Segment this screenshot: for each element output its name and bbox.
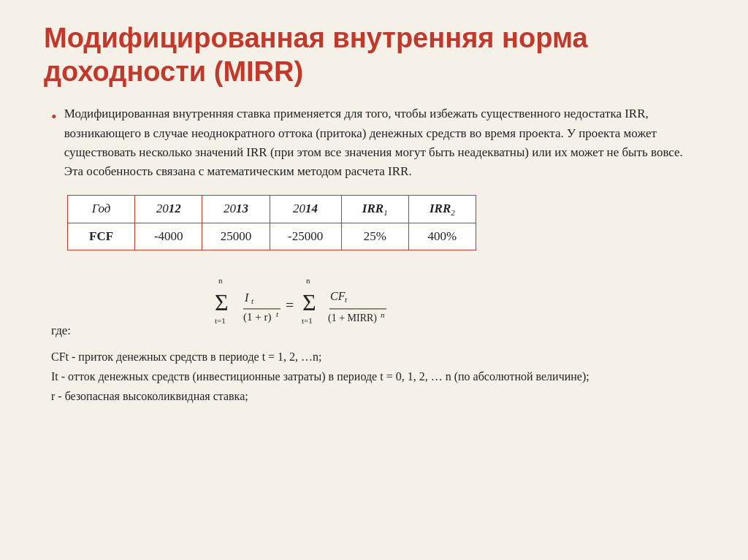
def-r: r - безопасная высоколиквидная ставка; <box>51 386 704 406</box>
svg-text:Σ: Σ <box>215 289 229 315</box>
irr-table: Год 2012 2013 2014 IRR1 IRR2 FCF -4000 2… <box>67 195 476 250</box>
svg-text:t: t <box>276 310 279 318</box>
data-table-container: Год 2012 2013 2014 IRR1 IRR2 FCF -4000 2… <box>67 195 704 250</box>
svg-text:t=1: t=1 <box>215 316 226 325</box>
bullet-dot: • <box>51 104 57 129</box>
svg-text:n: n <box>218 276 223 285</box>
formula-area: где: n Σ t=1 I t (1 + r) t = n Σ t=1 <box>51 272 704 338</box>
def-cft: CFt - приток денежных средств в периоде … <box>51 347 704 367</box>
table-header-irr2: IRR2 <box>408 195 476 223</box>
table-row-fcf-irr1: 25% <box>341 223 408 250</box>
formula-definitions: CFt - приток денежных средств в периоде … <box>51 347 704 407</box>
table-header-2014: 2014 <box>270 195 341 223</box>
page-title: Модифицированная внутренняя норма доходн… <box>44 22 704 88</box>
table-header-2012: 2012 <box>135 195 202 223</box>
table-row-fcf-2014: -25000 <box>270 223 341 250</box>
table-header-irr1: IRR1 <box>341 195 408 223</box>
svg-text:(1 + r): (1 + r) <box>243 311 271 323</box>
svg-text:t: t <box>251 296 254 305</box>
svg-text:t=1: t=1 <box>302 316 313 325</box>
svg-text:n: n <box>381 310 385 319</box>
svg-text:Σ: Σ <box>302 289 316 315</box>
table-row-fcf-label: FCF <box>68 223 135 250</box>
table-row-fcf-2012: -4000 <box>135 223 202 250</box>
content-block: • Модифицированная внутренняя ставка при… <box>51 104 704 406</box>
formula-svg: n Σ t=1 I t (1 + r) t = n Σ t=1 CF t <box>24 272 704 338</box>
table-header-2013: 2013 <box>202 195 270 223</box>
table-row-fcf-irr2: 400% <box>408 223 476 250</box>
bullet-item: • Модифицированная внутренняя ставка при… <box>51 104 704 181</box>
svg-text:n: n <box>306 276 310 285</box>
svg-text:t: t <box>345 295 348 304</box>
svg-text:(1 + MIRR): (1 + MIRR) <box>328 312 377 324</box>
table-header-god: Год <box>68 195 135 223</box>
def-it: It - отток денежных средств (инвестицион… <box>51 367 704 386</box>
svg-text:CF: CF <box>330 290 346 302</box>
svg-text:I: I <box>244 291 249 304</box>
svg-text:=: = <box>286 297 294 313</box>
table-row-fcf-2013: 25000 <box>202 223 270 250</box>
bullet-text: Модифицированная внутренняя ставка приме… <box>64 104 704 181</box>
formula-image: n Σ t=1 I t (1 + r) t = n Σ t=1 CF t <box>211 272 518 338</box>
